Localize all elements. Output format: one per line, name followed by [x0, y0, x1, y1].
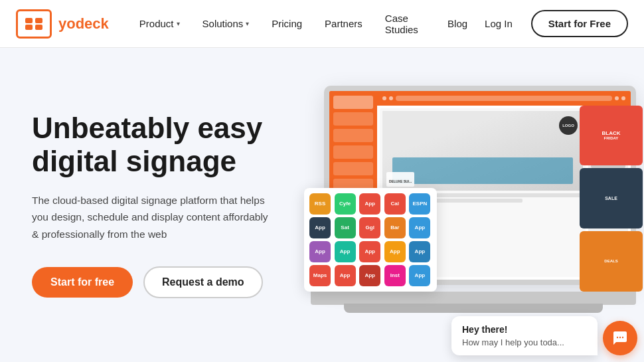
navbar: yodeck Product ▾ Solutions ▾ Pricing Par… [0, 0, 644, 48]
app-icon: Inst [384, 265, 406, 286]
svg-rect-3 [35, 25, 42, 30]
app-icon: App [359, 241, 380, 262]
app-icon: App [335, 241, 356, 262]
hero-section: Unbeatably easy digital signage The clou… [0, 48, 644, 362]
nav-partners[interactable]: Partners [315, 13, 372, 35]
app-icon: App [309, 241, 331, 262]
app-icons-panel: RSSCyfeAppCalESPNAppSatGglBarAppAppAppAp… [304, 188, 437, 292]
hero-title: Unbeatably easy digital signage [32, 112, 311, 179]
app-icon: Cyfe [335, 193, 356, 215]
app-icon: App [359, 265, 380, 286]
promo-cards: BLACK FRIDAY SALE DEALS [580, 106, 643, 292]
logo-icon [16, 9, 52, 39]
topbar-bar [396, 96, 612, 101]
login-button[interactable]: Log In [477, 13, 521, 35]
dashboard-image: LOGO DELUXE SUI... [382, 111, 583, 191]
svg-point-5 [619, 337, 621, 338]
chat-bubble: Hey there! How may I help you toda... [451, 316, 598, 355]
sidebar-item [333, 112, 373, 126]
nav-pricing[interactable]: Pricing [262, 13, 311, 35]
chevron-down-icon: ▾ [246, 20, 249, 27]
start-for-free-button[interactable]: Start for Free [531, 10, 628, 37]
promo-card-2: SALE [580, 168, 643, 228]
sidebar-item [333, 145, 373, 159]
nav-product[interactable]: Product ▾ [130, 13, 189, 35]
promo-card-1: BLACK FRIDAY [580, 106, 643, 166]
deluxe-label: DELUXE SUI... [386, 172, 414, 187]
chat-title: Hey there! [462, 324, 587, 335]
app-icon: Bar [384, 217, 406, 238]
svg-point-4 [617, 337, 618, 338]
topbar-dot [389, 96, 393, 100]
chat-widget: Hey there! How may I help you toda... [451, 316, 637, 355]
nav-blog[interactable]: Blog [438, 13, 477, 35]
app-icon: App [384, 241, 406, 262]
logo-text: yodeck [58, 15, 109, 33]
nav-case-studies[interactable]: Case Studies [376, 7, 434, 41]
app-icon: Maps [309, 265, 331, 286]
app-icon: Ggl [359, 217, 380, 238]
app-icon: App [309, 217, 331, 238]
dashboard-topbar [377, 91, 631, 106]
svg-point-6 [622, 337, 623, 338]
app-icon: App [409, 241, 430, 262]
hero-buttons: Start for free Request a demo [32, 266, 311, 298]
laptop-mockup: LOGO DELUXE SUI... [311, 86, 636, 325]
svg-rect-1 [35, 18, 42, 23]
app-icon: App [335, 265, 356, 286]
nav-links: Product ▾ Solutions ▾ Pricing Partners C… [130, 7, 477, 41]
request-demo-button[interactable]: Request a demo [143, 266, 263, 298]
sidebar-item [333, 96, 373, 109]
promo-card-3: DEALS [580, 231, 643, 292]
app-icon: Sat [335, 217, 356, 238]
topbar-dot [621, 96, 625, 100]
topbar-dot [615, 96, 619, 100]
app-icon: Cal [384, 193, 406, 215]
start-for-free-hero-button[interactable]: Start for free [32, 267, 133, 298]
sidebar-item [333, 162, 373, 175]
app-icon: ESPN [409, 193, 430, 215]
nav-right: Log In Start for Free [477, 10, 628, 37]
app-icon: App [359, 193, 380, 215]
laptop-base [311, 292, 636, 305]
sidebar-item [333, 129, 373, 142]
logo[interactable]: yodeck [16, 9, 109, 39]
svg-rect-2 [25, 25, 33, 30]
chat-open-button[interactable] [603, 321, 637, 355]
chat-text: How may I help you toda... [462, 337, 587, 347]
hero-subtitle: The cloud-based digital signage platform… [32, 192, 278, 243]
laptop-foot [344, 304, 603, 313]
svg-rect-0 [25, 18, 33, 23]
chevron-down-icon: ▾ [177, 20, 180, 27]
logo-badge: LOGO [562, 124, 574, 128]
app-icon: RSS [309, 193, 331, 215]
hero-right: LOGO DELUXE SUI... [311, 48, 636, 362]
topbar-dot [382, 96, 386, 100]
app-icon: App [409, 217, 430, 238]
hero-left: Unbeatably easy digital signage The clou… [32, 112, 311, 299]
nav-solutions[interactable]: Solutions ▾ [193, 13, 259, 35]
app-icon: App [409, 265, 430, 286]
